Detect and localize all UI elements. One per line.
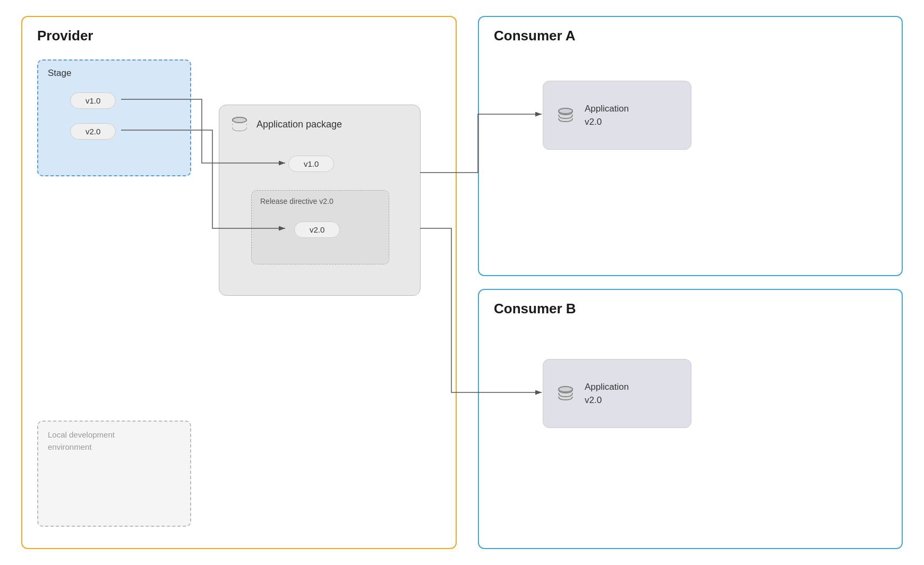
consumer-b-label: Consumer B bbox=[494, 301, 576, 317]
pkg-v2-pill: v2.0 bbox=[294, 221, 340, 238]
pkg-v1-pill: v1.0 bbox=[288, 156, 334, 172]
stage-label: Stage bbox=[48, 68, 71, 79]
consumer-a-db-icon bbox=[556, 106, 575, 125]
consumer-b-app-version: v2.0 bbox=[585, 393, 629, 407]
release-directive-box: Release directive v2.0 v2.0 bbox=[251, 190, 389, 264]
local-dev-box: Local developmentenvironment bbox=[37, 421, 191, 527]
svg-point-2 bbox=[233, 117, 246, 123]
app-package-title: Application package bbox=[256, 119, 342, 130]
provider-label: Provider bbox=[37, 28, 93, 44]
release-directive-label: Release directive v2.0 bbox=[260, 197, 333, 206]
stage-v1-pill: v1.0 bbox=[70, 92, 116, 109]
svg-point-6 bbox=[559, 387, 572, 392]
app-package-box: Application package v1.0 Release directi… bbox=[219, 105, 421, 296]
consumer-b-app-text: Application v2.0 bbox=[585, 380, 629, 407]
svg-point-4 bbox=[559, 108, 572, 114]
local-dev-label: Local developmentenvironment bbox=[48, 429, 115, 453]
stage-box: Stage v1.0 v2.0 bbox=[37, 59, 191, 176]
consumer-b-app-title: Application bbox=[585, 380, 629, 394]
database-icon bbox=[230, 115, 249, 134]
consumer-a-box: Consumer A Application v2.0 bbox=[478, 16, 903, 276]
consumer-a-label: Consumer A bbox=[494, 28, 576, 44]
provider-box: Provider Stage v1.0 v2.0 Local developme… bbox=[21, 16, 457, 549]
consumer-a-app-version: v2.0 bbox=[585, 115, 629, 129]
consumer-a-app-title: Application bbox=[585, 102, 629, 116]
app-package-header: Application package bbox=[219, 105, 420, 139]
stage-v2-pill: v2.0 bbox=[70, 123, 116, 140]
consumer-b-box: Consumer B Application v2.0 bbox=[478, 289, 903, 549]
consumer-b-app-card: Application v2.0 bbox=[543, 359, 691, 428]
consumer-a-app-card: Application v2.0 bbox=[543, 81, 691, 150]
consumer-b-db-icon bbox=[556, 384, 575, 403]
consumer-a-app-text: Application v2.0 bbox=[585, 102, 629, 129]
